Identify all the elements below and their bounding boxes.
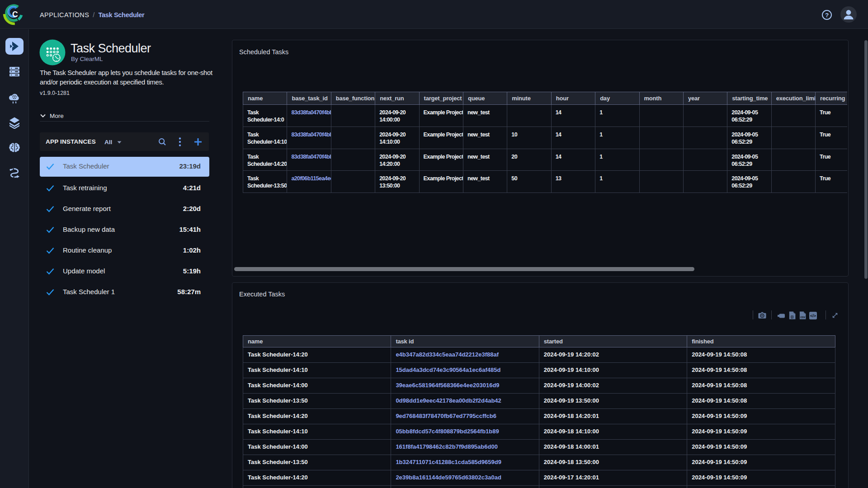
svg-text:csv: csv	[800, 315, 805, 319]
svg-text:</>: </>	[810, 314, 816, 318]
svg-text:C: C	[12, 10, 18, 19]
svg-text:?: ?	[825, 12, 829, 19]
svg-text:(j): (j)	[791, 315, 793, 319]
